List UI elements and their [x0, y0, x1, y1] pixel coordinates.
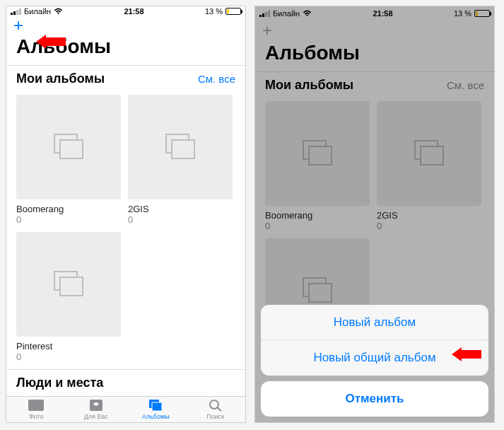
- album-card[interactable]: Boomerang 0: [265, 101, 370, 231]
- sheet-row-label: Новый общий альбом: [313, 351, 435, 365]
- tab-label: Для Вас: [84, 413, 108, 420]
- wifi-icon: [303, 10, 312, 17]
- svg-rect-7: [29, 400, 43, 410]
- svg-rect-5: [60, 277, 83, 296]
- add-button[interactable]: +: [13, 17, 23, 34]
- album-name: Boomerang: [16, 204, 121, 214]
- sheet-new-album[interactable]: Новый альбом: [261, 305, 488, 340]
- tab-albums[interactable]: Альбомы: [126, 397, 186, 422]
- hint-arrow-icon: [36, 35, 66, 49]
- tab-bar: Фото Для Вас Альбомы Поиск: [6, 396, 245, 422]
- see-all-link[interactable]: См. все: [198, 73, 235, 85]
- albums-grid: Boomerang 0 2GIS 0 Pinterest 0: [6, 92, 245, 369]
- tab-search[interactable]: Поиск: [186, 397, 246, 422]
- tab-for-you[interactable]: Для Вас: [66, 397, 127, 422]
- section-people-places: Люди и места: [6, 369, 245, 396]
- svg-rect-14: [309, 146, 332, 165]
- see-all-link[interactable]: См. все: [447, 79, 484, 91]
- nav-bar: +: [6, 17, 245, 34]
- svg-rect-1: [60, 140, 83, 158]
- battery-percent: 13 %: [205, 7, 223, 16]
- battery-icon: [474, 10, 490, 17]
- sheet-cancel[interactable]: Отменить: [261, 381, 488, 417]
- tab-photos[interactable]: Фото: [6, 397, 66, 422]
- nav-bar: +: [255, 21, 494, 40]
- album-card[interactable]: Pinterest 0: [16, 232, 121, 362]
- sheet-row-label: Новый альбом: [334, 315, 416, 330]
- phone-right: Билайн 21:58 13 % + Альбомы Мои альбомы …: [254, 6, 495, 423]
- svg-rect-10: [152, 402, 162, 411]
- carrier-label: Билайн: [24, 7, 51, 16]
- page-title: Альбомы: [255, 40, 494, 71]
- album-card[interactable]: Boomerang 0: [16, 95, 121, 225]
- status-time: 21:58: [373, 9, 392, 18]
- wifi-icon: [54, 8, 63, 15]
- sheet-cancel-label: Отменить: [345, 392, 404, 406]
- album-count: 0: [377, 221, 481, 231]
- album-name: Boomerang: [265, 210, 370, 221]
- status-bar: Билайн 21:58 13 %: [6, 6, 245, 17]
- hint-arrow-icon: [452, 347, 481, 361]
- signal-icon: [11, 8, 21, 15]
- action-sheet: Новый альбом Новый общий альбом Отменить: [261, 305, 488, 417]
- svg-rect-18: [309, 284, 332, 302]
- section-title: Мои альбомы: [16, 71, 105, 86]
- status-time: 21:58: [124, 7, 143, 16]
- tab-label: Фото: [29, 413, 44, 420]
- battery-icon: [225, 8, 241, 15]
- battery-percent: 13 %: [454, 9, 471, 18]
- add-button[interactable]: +: [262, 22, 272, 39]
- album-count: 0: [128, 214, 233, 225]
- sheet-new-shared-album[interactable]: Новый общий альбом: [261, 340, 488, 376]
- status-bar: Билайн 21:58 13 %: [255, 6, 494, 21]
- svg-rect-3: [172, 140, 194, 158]
- album-placeholder-icon: [265, 101, 370, 206]
- album-card[interactable]: 2GIS 0: [377, 101, 481, 231]
- album-count: 0: [265, 221, 370, 231]
- album-placeholder-icon: [128, 95, 233, 199]
- album-count: 0: [16, 351, 121, 362]
- album-placeholder-icon: [377, 101, 481, 206]
- section-title: Мои альбомы: [265, 78, 353, 93]
- section-title: Люди и места: [16, 376, 103, 390]
- tab-label: Альбомы: [142, 413, 170, 420]
- signal-icon: [259, 11, 270, 17]
- album-name: 2GIS: [128, 204, 233, 214]
- album-placeholder-icon: [16, 95, 121, 199]
- album-count: 0: [16, 214, 121, 225]
- album-placeholder-icon: [16, 232, 121, 337]
- carrier-label: Билайн: [273, 9, 300, 18]
- album-name: 2GIS: [377, 210, 481, 221]
- phone-left: Билайн 21:58 13 % + Альбомы Мои альбомы …: [6, 6, 246, 423]
- svg-rect-16: [421, 146, 443, 165]
- svg-line-12: [217, 407, 221, 411]
- album-card[interactable]: 2GIS 0: [128, 95, 233, 225]
- album-name: Pinterest: [16, 341, 121, 351]
- section-my-albums: Мои альбомы См. все: [6, 65, 245, 92]
- tab-label: Поиск: [206, 413, 224, 420]
- section-my-albums: Мои альбомы См. все: [255, 71, 494, 98]
